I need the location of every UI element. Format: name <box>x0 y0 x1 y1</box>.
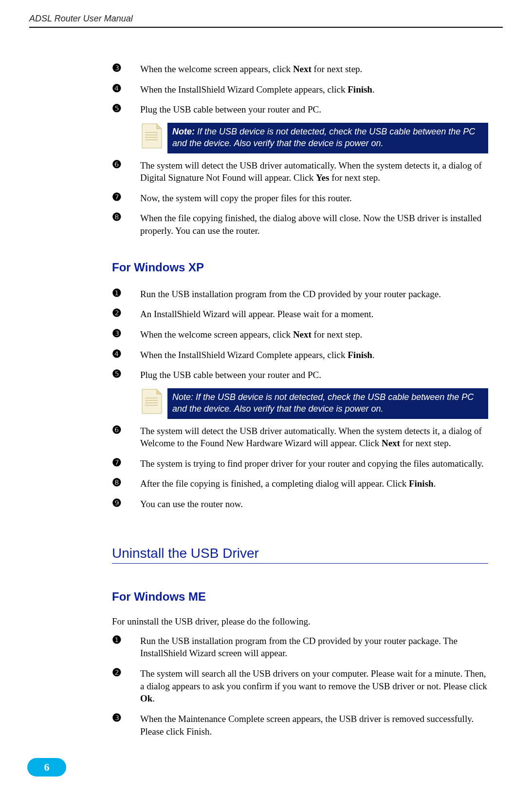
heading-windows-me: For Windows ME <box>112 590 488 604</box>
step-number-icon: ❼ <box>112 191 140 204</box>
svg-marker-7 <box>157 389 162 394</box>
step-item: ❽When the file copying finished, the dia… <box>112 211 488 237</box>
step-text: The system is trying to find proper driv… <box>140 456 488 470</box>
step-number-icon: ❸ <box>112 62 140 75</box>
step-number-icon: ❺ <box>112 368 140 380</box>
heading-windows-xp: For Windows XP <box>112 261 488 274</box>
step-item: ❼The system is trying to find proper dri… <box>112 456 488 470</box>
step-item: ❶Run the USB installation program from t… <box>112 634 488 660</box>
step-number-icon: ❺ <box>112 102 140 115</box>
note-block-1: Note: If the USB device is not detected,… <box>140 123 488 153</box>
section-3-steps: ❶Run the USB installation program from t… <box>112 634 488 738</box>
step-number-icon: ❶ <box>112 287 140 300</box>
step-text: Run the USB installation program from th… <box>140 287 488 301</box>
step-text: Now, the system will copy the proper fil… <box>140 191 488 205</box>
note-text-2: Note: If the USB device is not detected,… <box>167 388 488 419</box>
step-item: ❹When the InstallShield Wizard Complete … <box>112 348 488 361</box>
section-2-steps: ❶Run the USB installation program from t… <box>112 287 488 381</box>
step-item: ❻The system will detect the USB driver a… <box>112 424 488 450</box>
step-item: ❽After the file copying is finished, a c… <box>112 476 488 490</box>
header-title: ADSL Router User Manual <box>29 14 133 23</box>
note-text-1: Note: If the USB device is not detected,… <box>167 123 488 153</box>
step-number-icon: ❷ <box>112 666 140 679</box>
step-item: ❷The system will search all the USB driv… <box>112 666 488 705</box>
step-item: ❺Plug the USB cable between your router … <box>112 102 488 116</box>
section-1-steps: ❸When the welcome screen appears, click … <box>112 62 488 116</box>
heading-uninstall: Uninstall the USB Driver <box>112 546 488 564</box>
page-header: ADSL Router User Manual <box>29 0 503 28</box>
note-paper-icon <box>140 123 163 147</box>
step-text: After the file copying is finished, a co… <box>140 476 488 490</box>
step-text: The system will search all the USB drive… <box>140 666 488 705</box>
step-item: ❸When the welcome screen appears, click … <box>112 327 488 341</box>
note-body: If the USB device is not detected, check… <box>172 392 474 414</box>
step-text: An InstallShield Wizard will appear. Ple… <box>140 307 488 321</box>
step-text: Run the USB installation program from th… <box>140 634 488 660</box>
step-text: When the InstallShield Wizard Complete a… <box>140 82 488 96</box>
step-text: You can use the router now. <box>140 497 488 511</box>
note-paper-icon <box>140 388 163 413</box>
step-text: When the file copying finished, the dial… <box>140 211 488 237</box>
page-number: 6 <box>44 761 50 774</box>
step-item: ❷An InstallShield Wizard will appear. Pl… <box>112 307 488 321</box>
step-text: Plug the USB cable between your router a… <box>140 102 488 116</box>
step-number-icon: ❹ <box>112 348 140 360</box>
step-text: When the Maintenance Complete screen app… <box>140 712 488 738</box>
page-content: ❸When the welcome screen appears, click … <box>0 28 532 738</box>
step-number-icon: ❻ <box>112 424 140 436</box>
step-number-icon: ❽ <box>112 211 140 224</box>
step-item: ❼Now, the system will copy the proper fi… <box>112 191 488 205</box>
step-item: ❺Plug the USB cable between your router … <box>112 368 488 381</box>
step-item: ❸When the welcome screen appears, click … <box>112 62 488 76</box>
step-number-icon: ❻ <box>112 158 140 171</box>
step-item: ❻The system will detect the USB driver a… <box>112 158 488 184</box>
step-number-icon: ❽ <box>112 476 140 489</box>
step-item: ❹When the InstallShield Wizard Complete … <box>112 82 488 96</box>
step-text: The system will detect the USB driver au… <box>140 424 488 450</box>
step-item: ❾You can use the router now. <box>112 497 488 511</box>
step-number-icon: ❹ <box>112 82 140 95</box>
section-1-steps-after: ❻The system will detect the USB driver a… <box>112 158 488 237</box>
step-number-icon: ❶ <box>112 634 140 646</box>
step-item: ❶Run the USB installation program from t… <box>112 287 488 301</box>
svg-marker-1 <box>157 124 162 129</box>
step-text: When the InstallShield Wizard Complete a… <box>140 348 488 361</box>
step-text: Plug the USB cable between your router a… <box>140 368 488 381</box>
uninstall-intro: For uninstall the USB driver, please do … <box>112 616 488 627</box>
note-block-2: Note: If the USB device is not detected,… <box>140 388 488 419</box>
step-number-icon: ❼ <box>112 456 140 469</box>
step-number-icon: ❸ <box>112 712 140 724</box>
note-body: If the USB device is not detected, check… <box>172 127 475 148</box>
section-2-steps-after: ❻The system will detect the USB driver a… <box>112 424 488 511</box>
note-label: Note: <box>172 127 195 136</box>
page-number-badge: 6 <box>27 758 66 777</box>
step-text: When the welcome screen appears, click N… <box>140 62 488 76</box>
note-label: Note: <box>172 392 193 402</box>
step-number-icon: ❸ <box>112 327 140 340</box>
step-text: The system will detect the USB driver au… <box>140 158 488 184</box>
step-text: When the welcome screen appears, click N… <box>140 327 488 341</box>
step-number-icon: ❾ <box>112 497 140 510</box>
step-number-icon: ❷ <box>112 307 140 320</box>
step-item: ❸When the Maintenance Complete screen ap… <box>112 712 488 738</box>
